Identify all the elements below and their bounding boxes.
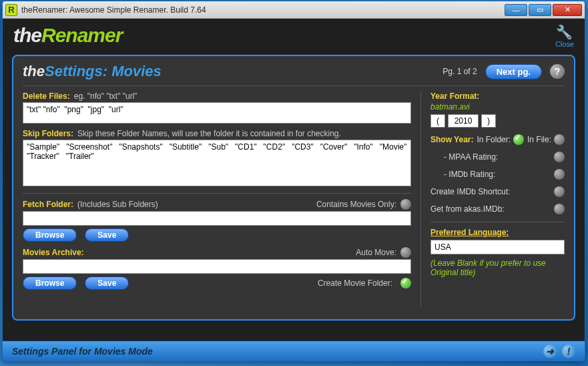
year-format-inputs (430, 114, 565, 128)
panel-header: theSettings: Movies Pg. 1 of 2 Next pg. … (23, 63, 565, 80)
page-indicator: Pg. 1 of 2 (443, 67, 477, 76)
app-logo: theRenamer (13, 24, 122, 47)
left-column: Delete Files: eg. "nfo" "txt" "url" Skip… (23, 92, 411, 307)
show-year-label: Show Year: (430, 135, 473, 144)
fetch-folder-label: Fetch Folder: (23, 200, 73, 209)
logo-part2: Renamer (41, 24, 122, 46)
mpaa-rating-toggle[interactable] (554, 152, 565, 162)
app-header: theRenamer 🔧 Close (3, 19, 585, 51)
in-folder-label: In Folder: (477, 135, 511, 144)
next-page-button[interactable]: Next pg. (485, 64, 542, 79)
akas-imdb-toggle[interactable] (554, 204, 565, 214)
fetch-folder-hint: (Includes Sub Folders) (77, 200, 158, 209)
columns: Delete Files: eg. "nfo" "txt" "url" Skip… (23, 92, 565, 307)
create-imdb-shortcut-toggle[interactable] (554, 186, 565, 197)
right-column: Year Format: batman.avi Show Year: In Fo… (420, 92, 565, 307)
year-open-input[interactable] (430, 114, 445, 128)
close-window-button[interactable]: ✕ (553, 4, 582, 16)
status-text: Settings Panel for Movies Mode (12, 346, 153, 357)
movies-archive-input[interactable] (23, 259, 411, 274)
wrench-icon: 🔧 (555, 24, 574, 40)
year-format-label: Year Format: (430, 92, 565, 101)
skip-folders-hint: Skip these Folder Names, will use the fo… (77, 129, 341, 138)
movies-archive-label: Movies Archive: (23, 248, 84, 257)
status-alert-icon[interactable]: ! (562, 345, 575, 358)
maximize-button[interactable]: ▭ (529, 4, 551, 16)
minimize-button[interactable]: — (505, 4, 527, 16)
close-link[interactable]: 🔧 Close (555, 24, 574, 48)
status-bar: Settings Panel for Movies Mode ➜ ! (3, 341, 585, 361)
imdb-rating-label: - IMDb Rating: (444, 170, 495, 179)
preferred-language-hint: (Leave Blank if you prefer to use Origin… (430, 258, 565, 277)
archive-save-button[interactable]: Save (85, 277, 129, 290)
contains-movies-label: Contains Movies Only: (316, 200, 396, 209)
delete-files-label: Delete Files: (23, 92, 70, 101)
create-movie-folder-toggle[interactable] (400, 278, 411, 289)
create-imdb-shortcut-label: Create IMDb Shortcut: (430, 187, 510, 196)
akas-imdb-label: Get from akas.IMDb: (430, 204, 505, 214)
delete-files-hint: eg. "nfo" "txt" "url" (74, 92, 137, 101)
in-folder-toggle[interactable] (513, 134, 524, 145)
status-icons: ➜ ! (543, 345, 575, 358)
window-title: theRenamer: Awesome Simple Renamer. Buil… (21, 5, 505, 15)
preferred-language-label: Preferred Language: (430, 228, 565, 237)
skip-folders-input[interactable] (23, 140, 411, 186)
auto-move-label: Auto Move: (356, 248, 396, 257)
settings-panel: theSettings: Movies Pg. 1 of 2 Next pg. … (12, 55, 575, 321)
fetch-folder-input[interactable] (23, 211, 411, 226)
imdb-rating-toggle[interactable] (554, 169, 565, 180)
fetch-save-button[interactable]: Save (85, 228, 129, 242)
auto-move-toggle[interactable] (400, 247, 411, 258)
titlebar: R theRenamer: Awesome Simple Renamer. Bu… (3, 1, 585, 19)
year-close-input[interactable] (481, 114, 496, 128)
preferred-language-input[interactable] (430, 240, 565, 254)
divider (23, 85, 565, 86)
panel-title: theSettings: Movies (23, 63, 162, 80)
app-window: R theRenamer: Awesome Simple Renamer. Bu… (2, 1, 585, 361)
contains-movies-toggle[interactable] (400, 199, 411, 210)
close-label: Close (555, 40, 574, 48)
mpaa-rating-label: - MPAA Rating: (444, 152, 498, 162)
app-icon: R (5, 4, 17, 16)
fetch-browse-button[interactable]: Browse (23, 228, 77, 242)
year-value-input[interactable] (448, 114, 479, 128)
year-format-example: batman.avi (430, 102, 565, 112)
status-arrow-icon[interactable]: ➜ (543, 345, 557, 358)
create-movie-folder-label: Create Movie Folder: (318, 279, 392, 288)
logo-part1: the (13, 24, 41, 46)
window-controls: — ▭ ✕ (505, 4, 582, 16)
in-file-label: In File: (527, 135, 551, 144)
archive-browse-button[interactable]: Browse (23, 277, 77, 290)
delete-files-input[interactable] (23, 102, 411, 124)
in-file-toggle[interactable] (554, 134, 565, 145)
skip-folders-label: Skip Folders: (23, 129, 73, 138)
help-button[interactable]: ? (550, 64, 565, 79)
